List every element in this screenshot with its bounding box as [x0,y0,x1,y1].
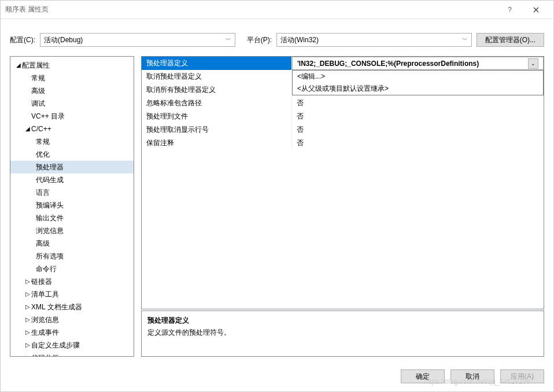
dropdown-button[interactable]: ⌄ [528,58,538,69]
window-title: 顺序表 属性页 [5,5,49,14]
tree-label: 常规 [31,73,45,83]
cancel-button[interactable]: 取消 [450,369,494,383]
description-panel: 预处理器定义 定义源文件的预处理符号。 [141,310,544,357]
apply-button[interactable]: 应用(A) [500,369,544,383]
tree-item[interactable]: 命令行 [10,262,134,275]
tree-item[interactable]: ▷生成事件 [10,326,134,339]
property-name: 取消预处理器定义 [142,70,292,83]
expand-icon[interactable]: ▷ [24,302,31,312]
help-button[interactable]: ? [497,1,523,19]
platform-value: 活动(Win32) [280,35,319,45]
tree-item[interactable]: 调试 [10,97,134,110]
config-value: 活动(Debug) [44,35,83,45]
dropdown-item-inherit[interactable]: <从父级或项目默认设置继承> [293,83,543,95]
tree-label: 输出文件 [36,213,64,223]
property-row[interactable]: 预处理器定义⌄ [142,57,544,70]
property-name: 忽略标准包含路径 [142,97,292,110]
expand-icon[interactable]: ▷ [24,327,31,338]
close-icon [533,7,539,13]
tree-panel[interactable]: ◢ 配置属性 常规高级调试VC++ 目录 ◢ C/C++ 常规优化预处理器代码生… [10,56,134,357]
tree-label: 自定义生成步骤 [31,340,80,350]
tree-item[interactable]: 浏览信息 [10,224,134,237]
property-value[interactable]: ⌄ [292,57,544,70]
tree-label: 所有选项 [36,251,64,261]
tree-label: 常规 [36,136,50,147]
tree-label: 生成事件 [31,327,59,338]
tree-label: 预编译头 [36,200,64,210]
property-value[interactable]: 否 [292,136,544,150]
tree-item[interactable]: 语言 [10,186,134,199]
tree-item[interactable]: ▷自定义生成步骤 [10,339,134,352]
platform-select[interactable]: 活动(Win32) ﹀ [276,33,472,47]
collapse-icon[interactable]: ◢ [24,124,31,134]
property-value[interactable]: 否 [292,97,544,110]
tree-item[interactable]: 所有选项 [10,250,134,262]
tree-label: XML 文档生成器 [31,302,82,312]
titlebar: 顺序表 属性页 ? [1,1,553,19]
dropdown-item-edit[interactable]: <编辑...> [293,71,543,83]
property-row[interactable]: 忽略标准包含路径否 [142,97,544,110]
right-panel: 预处理器定义⌄取消预处理器定义取消所有预处理器定义忽略标准包含路径否预处理到文件… [141,56,544,357]
platform-label: 平台(P): [247,35,272,45]
tree-item[interactable]: VC++ 目录 [10,110,134,123]
tree-item[interactable]: ▷浏览信息 [10,313,134,326]
property-row[interactable]: 预处理取消显示行号否 [142,123,544,136]
tree-cpp[interactable]: ◢ C/C++ [10,123,134,135]
description-title: 预处理器定义 [147,316,538,326]
tree-label: 预处理器 [36,162,64,172]
tree-item[interactable]: 高级 [10,237,134,250]
tree-item[interactable]: ▷清单工具 [10,288,134,301]
config-select[interactable]: 活动(Debug) ﹀ [40,33,235,47]
expand-icon[interactable]: ▷ [24,289,31,299]
tree-item[interactable]: 常规 [10,72,134,84]
tree-label: 语言 [36,187,50,198]
expand-icon[interactable]: ▷ [24,315,31,325]
tree-item[interactable]: 高级 [10,84,134,97]
property-row[interactable]: 预处理到文件否 [142,110,544,123]
chevron-down-icon: ﹀ [462,36,468,44]
ok-button[interactable]: 确定 [401,369,445,383]
property-value-input[interactable] [297,60,528,68]
tree-item[interactable]: 预编译头 [10,199,134,212]
config-manager-button[interactable]: 配置管理器(O)... [477,33,544,47]
config-label: 配置(C): [10,35,35,45]
tree-item[interactable]: 优化 [10,148,134,161]
main-area: ◢ 配置属性 常规高级调试VC++ 目录 ◢ C/C++ 常规优化预处理器代码生… [1,56,553,364]
chevron-down-icon: ﹀ [226,36,231,44]
tree-label: 代码生成 [36,175,64,185]
property-grid[interactable]: 预处理器定义⌄取消预处理器定义取消所有预处理器定义忽略标准包含路径否预处理到文件… [141,56,544,309]
tree-item[interactable]: ▷代码分析 [10,352,134,357]
tree-item[interactable]: ▷XML 文档生成器 [10,301,134,313]
property-name: 取消所有预处理器定义 [142,83,292,97]
tree-root[interactable]: ◢ 配置属性 [10,59,134,72]
tree-label: 链接器 [31,276,52,287]
tree-item[interactable]: 代码生成 [10,173,134,186]
tree-label: 高级 [36,238,50,249]
tree-label: 优化 [36,149,50,160]
collapse-icon[interactable]: ◢ [15,60,22,71]
tree-label: 清单工具 [31,289,59,299]
property-value[interactable]: 否 [292,110,544,123]
description-text: 定义源文件的预处理符号。 [147,328,538,338]
tree-label: C/C++ [31,124,51,134]
tree-item[interactable]: 输出文件 [10,212,134,224]
tree-label: 代码分析 [31,353,59,357]
button-row: 确定 取消 应用(A) https://blog.csdn.net/qq_446… [1,364,553,391]
property-value[interactable]: 否 [292,123,544,136]
tree-label: 浏览信息 [36,225,64,236]
property-name: 保留注释 [142,136,292,150]
value-dropdown[interactable]: <编辑...> <从父级或项目默认设置继承> [292,70,544,95]
expand-icon[interactable]: ▷ [24,340,31,350]
expand-icon[interactable]: ▷ [24,276,31,287]
close-button[interactable] [523,1,549,19]
tree-label: 配置属性 [22,60,50,71]
property-name: 预处理到文件 [142,110,292,123]
tree-item[interactable]: 常规 [10,135,134,148]
property-dialog: 顺序表 属性页 ? 配置(C): 活动(Debug) ﹀ 平台(P): 活动(W… [0,0,554,392]
config-row: 配置(C): 活动(Debug) ﹀ 平台(P): 活动(Win32) ﹀ 配置… [1,19,553,56]
tree-item[interactable]: 预处理器 [10,161,134,173]
tree-item[interactable]: ▷链接器 [10,275,134,288]
property-row[interactable]: 保留注释否 [142,136,544,150]
expand-icon[interactable]: ▷ [24,353,31,357]
property-name: 预处理取消显示行号 [142,123,292,136]
